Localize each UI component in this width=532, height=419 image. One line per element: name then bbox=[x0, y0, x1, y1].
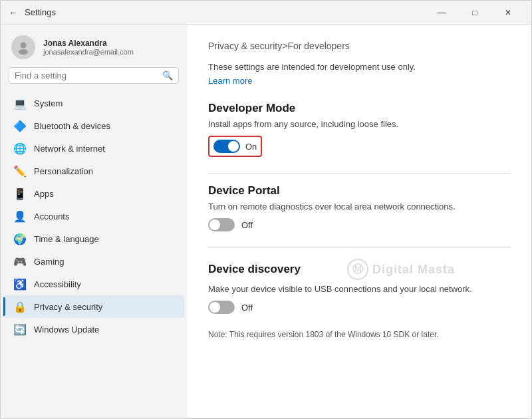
sidebar-item-label-personalization: Personalization bbox=[34, 166, 174, 176]
device-portal-section: Device Portal Turn on remote diagnostics… bbox=[208, 184, 510, 231]
sidebar-item-gaming[interactable]: 🎮Gaming bbox=[3, 250, 184, 273]
device-discovery-note: Note: This requires version 1803 of the … bbox=[208, 330, 510, 339]
device-discovery-toggle-label: Off bbox=[241, 303, 253, 313]
device-discovery-desc: Make your device visible to USB connecti… bbox=[208, 284, 510, 294]
page-subtitle: These settings are intended for developm… bbox=[208, 62, 510, 72]
device-discovery-title: Device discovery bbox=[208, 263, 301, 276]
developer-mode-section: Developer Mode Install apps from any sou… bbox=[208, 102, 510, 157]
divider-1 bbox=[208, 173, 510, 174]
main-layout: Jonas Alexandra jonasalexandra@email.com… bbox=[1, 25, 531, 418]
page-title-row: Privacy & security > For developers bbox=[208, 41, 510, 54]
titlebar: ← Settings — □ ✕ bbox=[1, 1, 531, 25]
sidebar-item-personalization[interactable]: ✏️Personalization bbox=[3, 160, 184, 182]
sidebar-item-apps[interactable]: 📱Apps bbox=[3, 182, 184, 205]
sidebar-item-accessibility[interactable]: ♿Accessibility bbox=[3, 273, 184, 295]
close-button[interactable]: ✕ bbox=[493, 1, 523, 25]
sidebar-item-label-accounts: Accounts bbox=[34, 211, 174, 221]
device-portal-desc: Turn on remote diagnostics over local ar… bbox=[208, 202, 510, 211]
device-portal-toggle-knob bbox=[209, 219, 220, 230]
page-title: For developers bbox=[287, 41, 349, 51]
developer-mode-toggle-container: On bbox=[208, 136, 262, 157]
search-icon: 🔍 bbox=[162, 70, 173, 80]
user-section: Jonas Alexandra jonasalexandra@email.com bbox=[1, 25, 187, 67]
sidebar-item-label-apps: Apps bbox=[34, 189, 174, 199]
back-button[interactable]: ← bbox=[9, 7, 18, 18]
sidebar-nav: 💻System🔷Bluetooth & devices🌐Network & in… bbox=[1, 92, 187, 341]
gaming-icon: 🎮 bbox=[14, 255, 26, 267]
sidebar-item-accounts[interactable]: 👤Accounts bbox=[3, 205, 184, 227]
developer-mode-toggle-knob bbox=[228, 141, 239, 152]
developer-mode-toggle-row: On bbox=[208, 136, 510, 157]
sidebar-item-bluetooth[interactable]: 🔷Bluetooth & devices bbox=[3, 114, 184, 137]
device-portal-toggle[interactable] bbox=[208, 218, 235, 231]
sidebar-item-label-system: System bbox=[34, 98, 174, 108]
sidebar-item-label-update: Windows Update bbox=[34, 325, 174, 335]
sidebar-item-time[interactable]: 🌍Time & language bbox=[3, 227, 184, 250]
sidebar-item-label-network: Network & internet bbox=[34, 144, 174, 154]
device-discovery-toggle-knob bbox=[209, 302, 220, 313]
developer-mode-toggle-label: On bbox=[245, 142, 257, 152]
divider-2 bbox=[208, 247, 510, 248]
apps-icon: 📱 bbox=[14, 188, 26, 200]
time-icon: 🌍 bbox=[14, 233, 26, 245]
device-portal-toggle-label: Off bbox=[241, 220, 253, 230]
developer-mode-toggle[interactable] bbox=[213, 140, 240, 153]
device-portal-toggle-row: Off bbox=[208, 218, 510, 231]
developer-mode-title: Developer Mode bbox=[208, 102, 510, 115]
device-discovery-section: Device discovery Ⓜ Digital Masta Make yo… bbox=[208, 259, 510, 339]
sidebar: Jonas Alexandra jonasalexandra@email.com… bbox=[1, 25, 187, 418]
content-area: Privacy & security > For developers Thes… bbox=[187, 25, 531, 418]
window-controls: — □ ✕ bbox=[426, 1, 523, 25]
watermark-text: Digital Masta bbox=[372, 263, 455, 277]
privacy-icon: 🔒 bbox=[14, 301, 26, 313]
sidebar-item-update[interactable]: 🔄Windows Update bbox=[3, 318, 184, 341]
maximize-button[interactable]: □ bbox=[460, 1, 490, 25]
search-input[interactable] bbox=[15, 70, 158, 80]
sidebar-item-network[interactable]: 🌐Network & internet bbox=[3, 137, 184, 160]
sidebar-item-label-bluetooth: Bluetooth & devices bbox=[34, 121, 174, 131]
bluetooth-icon: 🔷 bbox=[14, 120, 26, 132]
personalization-icon: ✏️ bbox=[14, 165, 26, 177]
search-bar[interactable]: 🔍 bbox=[9, 67, 179, 84]
update-icon: 🔄 bbox=[14, 323, 26, 335]
learn-more-link[interactable]: Learn more bbox=[208, 76, 252, 86]
system-icon: 💻 bbox=[14, 97, 26, 109]
breadcrumb-parent: Privacy & security bbox=[208, 41, 282, 51]
sidebar-item-privacy[interactable]: 🔒Privacy & security bbox=[3, 295, 184, 318]
sidebar-item-label-accessibility: Accessibility bbox=[34, 279, 174, 289]
accounts-icon: 👤 bbox=[14, 210, 26, 222]
sidebar-item-label-gaming: Gaming bbox=[34, 257, 174, 267]
breadcrumb-separator: > bbox=[282, 41, 287, 51]
sidebar-item-label-time: Time & language bbox=[34, 234, 174, 244]
device-discovery-toggle[interactable] bbox=[208, 301, 235, 314]
minimize-button[interactable]: — bbox=[426, 1, 457, 25]
svg-point-1 bbox=[19, 49, 28, 55]
network-icon: 🌐 bbox=[14, 142, 26, 154]
user-name: Jonas Alexandra bbox=[43, 39, 134, 48]
accessibility-icon: ♿ bbox=[14, 278, 26, 290]
sidebar-item-system[interactable]: 💻System bbox=[3, 92, 184, 114]
developer-mode-desc: Install apps from any source, including … bbox=[208, 119, 510, 129]
watermark-icon: Ⓜ bbox=[347, 259, 368, 280]
avatar bbox=[11, 35, 35, 59]
user-info: Jonas Alexandra jonasalexandra@email.com bbox=[43, 39, 134, 56]
svg-point-0 bbox=[21, 43, 27, 49]
app-title: Settings bbox=[25, 7, 426, 17]
user-email: jonasalexandra@email.com bbox=[43, 48, 134, 56]
device-discovery-toggle-row: Off bbox=[208, 301, 510, 314]
device-portal-title: Device Portal bbox=[208, 184, 510, 198]
sidebar-item-label-privacy: Privacy & security bbox=[34, 302, 174, 312]
